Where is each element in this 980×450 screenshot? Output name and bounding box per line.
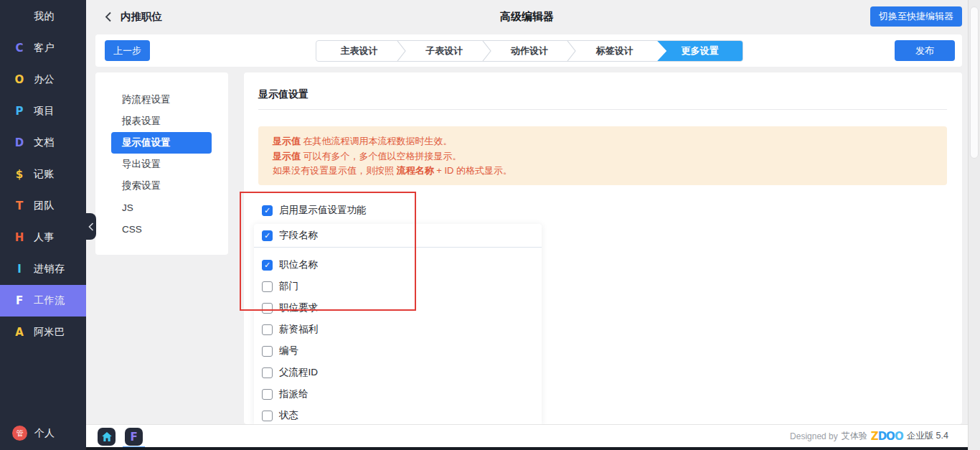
scrollbar-thumb[interactable] — [970, 6, 979, 159]
wizard-step[interactable]: 主表设计 — [316, 41, 402, 61]
checkbox[interactable] — [262, 230, 273, 241]
checkbox-label: 状态 — [279, 409, 298, 422]
sidebar-item-label: 记账 — [34, 168, 55, 181]
checkbox[interactable] — [262, 367, 273, 378]
settings-menu-item[interactable]: 显示值设置 — [111, 132, 212, 154]
sidebar-item-label: 人事 — [34, 231, 55, 244]
field-checkbox-row[interactable]: 状态 — [262, 405, 534, 426]
checkbox[interactable] — [262, 346, 273, 357]
sidebar-item[interactable]: $ 记账 — [0, 159, 86, 190]
settings-menu-item[interactable]: 搜索设置 — [95, 175, 228, 197]
settings-menu-item[interactable]: 导出设置 — [95, 154, 228, 175]
settings-menu-item[interactable]: 跨流程设置 — [95, 89, 228, 111]
settings-menu-item-label: 导出设置 — [122, 158, 161, 171]
checkbox-label: 指派给 — [279, 388, 308, 400]
dock-flow-app[interactable]: F — [125, 428, 143, 446]
checkbox-label: 职位名称 — [279, 258, 318, 271]
module-letter-icon: A — [15, 326, 24, 339]
field-checkbox-row[interactable]: 父流程ID — [262, 362, 534, 383]
field-checkbox-row[interactable]: 职位要求 — [262, 297, 534, 319]
sidebar-item[interactable]: I 进销存 — [0, 253, 86, 285]
display-value-settings-panel: 显示值设置 显示值 在其他流程调用本流程数据时生效。 显示值 可以有多个，多个值… — [244, 72, 962, 424]
back-button[interactable]: 内推职位 — [105, 0, 162, 33]
back-label: 内推职位 — [121, 10, 162, 24]
field-checkbox-row[interactable]: 部门 — [262, 276, 534, 297]
app-sidebar: 我的 C 客户 O 办公 — [0, 0, 86, 450]
sidebar-item-label: 我的 — [34, 10, 55, 23]
publish-button[interactable]: 发布 — [895, 40, 955, 61]
module-icon: A — [13, 326, 26, 339]
wizard-steps: 主表设计 子表设计 动作设计 标签设计 — [316, 40, 743, 62]
step-separator-icon — [397, 41, 407, 61]
designed-by-text: Designed by — [790, 431, 838, 441]
back-chevron-icon — [105, 11, 112, 22]
wizard-step[interactable]: 更多设置 — [657, 41, 743, 61]
wizard-step[interactable]: 标签设计 — [572, 41, 657, 61]
home-icon — [102, 432, 112, 441]
checkbox-row[interactable]: 字段名称 — [262, 230, 318, 241]
checkbox[interactable] — [262, 411, 273, 421]
module-letter-icon: H — [15, 231, 24, 244]
module-letter-icon: $ — [16, 168, 23, 181]
checkbox[interactable] — [262, 281, 273, 292]
previous-step-button[interactable]: 上一步 — [105, 40, 150, 61]
wizard-step-label: 主表设计 — [316, 41, 402, 61]
sidebar-item[interactable]: P 项目 — [0, 95, 86, 127]
sidebar-item[interactable]: D 文档 — [0, 127, 86, 159]
switch-editor-button[interactable]: 切换至快捷编辑器 — [870, 6, 962, 27]
checkbox-label: 薪资福利 — [279, 323, 318, 336]
module-letter-icon: D — [15, 136, 24, 149]
settings-menu-item-label: JS — [122, 202, 133, 213]
sidebar-item[interactable]: O 办公 — [0, 64, 86, 95]
module-icon: C — [13, 42, 26, 55]
module-icon: H — [13, 231, 26, 244]
sidebar-item[interactable]: A 阿米巴 — [0, 317, 86, 348]
wizard-step-label: 子表设计 — [402, 41, 487, 61]
field-checkbox-row[interactable]: 薪资福利 — [262, 319, 534, 340]
user-label: 个人 — [34, 427, 55, 440]
sidebar-item-label: 进销存 — [34, 263, 65, 276]
sidebar-item[interactable]: C 客户 — [0, 32, 86, 64]
checkbox-label: 父流程ID — [279, 366, 318, 379]
sidebar-user[interactable]: 管 个人 — [12, 426, 55, 441]
dock-home-app[interactable] — [98, 428, 116, 446]
vertical-scrollbar[interactable] — [968, 0, 980, 450]
logo-letter: Z — [871, 430, 878, 443]
settings-menu-item[interactable]: 报表设置 — [95, 111, 228, 132]
sidebar-item[interactable]: T 团队 — [0, 190, 86, 222]
settings-menu-item[interactable]: JS — [95, 197, 228, 218]
sidebar-collapse-handle[interactable] — [86, 213, 96, 240]
checkbox[interactable] — [262, 389, 273, 400]
sidebar-item[interactable]: 我的 — [0, 1, 86, 32]
module-icon: P — [13, 105, 26, 118]
chevron-left-icon — [88, 222, 94, 231]
settings-menu-panel: 跨流程设置 报表设置 显示值设置 导出设置 搜索设置 JS CSS — [95, 72, 228, 255]
sidebar-item[interactable]: H 人事 — [0, 222, 86, 253]
user-avatar[interactable]: 管 — [12, 426, 27, 441]
module-icon: I — [13, 263, 26, 276]
bottom-bar: F Designed by 艾体验 Z D O O 企业版 5.4 — [86, 424, 968, 447]
checkbox-label: 部门 — [279, 280, 298, 293]
checkbox[interactable] — [262, 260, 273, 271]
edition-label: 企业版 5.4 — [907, 430, 948, 442]
field-checkbox-row[interactable]: 指派给 — [262, 383, 534, 405]
module-letter-icon: F — [16, 294, 23, 307]
settings-menu-item-label: CSS — [122, 224, 142, 235]
wizard-step[interactable]: 子表设计 — [402, 41, 487, 61]
checkbox[interactable] — [262, 205, 273, 216]
checkbox-row[interactable]: 启用显示值设置功能 — [262, 205, 367, 216]
card-divider — [254, 247, 542, 248]
sidebar-item-label: 团队 — [34, 200, 55, 212]
settings-menu-item[interactable]: CSS — [95, 218, 228, 240]
sidebar-item[interactable]: F 工作流 — [0, 285, 86, 317]
settings-menu-item-label: 搜索设置 — [122, 179, 161, 192]
field-checkbox-row[interactable]: 编号 — [262, 340, 534, 362]
checkbox[interactable] — [262, 303, 273, 314]
brand-name: 艾体验 — [842, 430, 867, 442]
module-letter-icon: C — [15, 42, 23, 55]
notice-line: 显示值 在其他流程调用本流程数据时生效。 — [273, 134, 933, 149]
wizard-step[interactable]: 动作设计 — [487, 41, 573, 61]
field-checkbox-row[interactable]: 职位名称 — [262, 254, 534, 276]
checkbox[interactable] — [262, 324, 273, 335]
field-checkbox-list: 职位名称 部门 职位要求 薪资福利 — [262, 254, 534, 426]
